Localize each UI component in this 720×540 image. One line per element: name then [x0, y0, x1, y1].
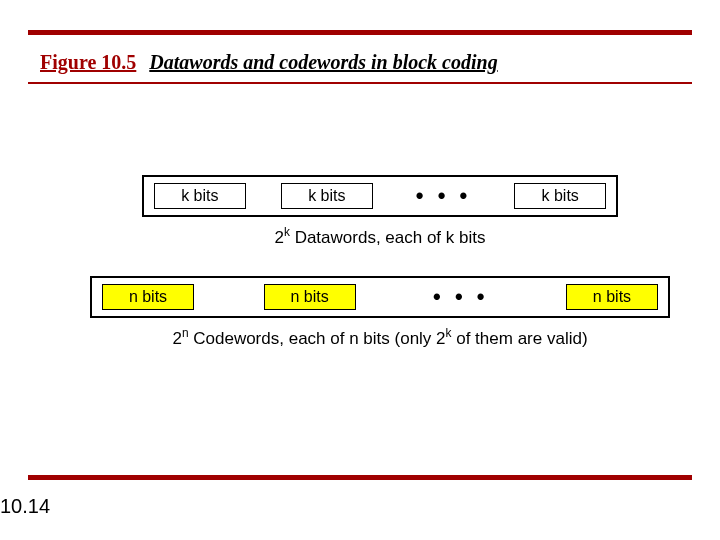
- ellipsis-icon: • • •: [425, 284, 496, 310]
- datawords-caption: 2k Datawords, each of k bits: [90, 225, 670, 248]
- ellipsis-icon: • • •: [408, 183, 479, 209]
- codeword-box: n bits: [566, 284, 658, 310]
- codeword-box: n bits: [102, 284, 194, 310]
- bottom-rule-thick: [28, 475, 692, 480]
- caption-sup: n: [182, 326, 189, 340]
- dataword-box: k bits: [154, 183, 246, 209]
- page-number: 10.14: [0, 495, 50, 518]
- caption-text: 2: [172, 328, 181, 347]
- dataword-box: k bits: [281, 183, 373, 209]
- dataword-box: k bits: [514, 183, 606, 209]
- datawords-container: k bits k bits • • • k bits: [142, 175, 618, 217]
- codewords-caption: 2n Codewords, each of n bits (only 2k of…: [90, 326, 670, 349]
- top-rule-thick: [28, 30, 692, 35]
- caption-text: 2: [274, 228, 283, 247]
- caption-text: Datawords, each of k bits: [290, 228, 486, 247]
- diagram: k bits k bits • • • k bits 2k Datawords,…: [90, 175, 670, 376]
- figure-heading: Figure 10.5 Datawords and codewords in b…: [40, 51, 498, 74]
- codewords-container: n bits n bits • • • n bits: [90, 276, 670, 318]
- figure-title: Datawords and codewords in block coding: [149, 51, 497, 73]
- title-underline: [28, 82, 692, 84]
- caption-text: of them are valid): [452, 328, 588, 347]
- figure-number: Figure 10.5: [40, 51, 136, 73]
- codeword-box: n bits: [264, 284, 356, 310]
- caption-text: Codewords, each of n bits (only 2: [189, 328, 446, 347]
